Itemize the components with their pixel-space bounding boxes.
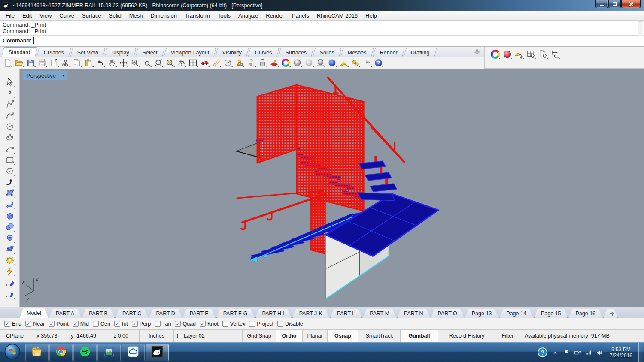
status-cplane-button[interactable]: CPlane — [0, 330, 30, 342]
dimension-tool-icon[interactable] — [361, 57, 373, 68]
model-tab-part-d[interactable]: PART D — [149, 309, 182, 318]
surface-from-points-icon[interactable] — [3, 188, 16, 199]
toolbar-tab-set-view[interactable]: Set View — [70, 48, 105, 57]
measure-radius-icon[interactable] — [222, 57, 234, 68]
zoom-selected-icon[interactable] — [164, 57, 176, 68]
toolbar-tab-display[interactable]: Display — [105, 48, 137, 57]
control-point-curve-icon[interactable] — [3, 110, 16, 121]
group-objects-icon[interactable] — [234, 57, 245, 68]
model-tab-page-14[interactable]: Page 14 — [499, 309, 533, 318]
rendered-view-icon[interactable] — [315, 57, 326, 68]
model-tab-part-e[interactable]: PART E — [183, 309, 216, 318]
paste-icon[interactable] — [83, 57, 94, 68]
model-tab-page-16[interactable]: Page 16 — [568, 309, 602, 318]
minimize-button[interactable] — [595, 0, 608, 8]
right-color-wheel-icon[interactable] — [489, 48, 501, 60]
polygon-icon[interactable] — [3, 166, 16, 177]
osnap-checkbox-disable[interactable] — [277, 321, 283, 327]
curved-surface-icon[interactable] — [3, 199, 16, 210]
add-page-icon[interactable] — [603, 309, 618, 318]
command-area[interactable]: Command: _PrintCommand: _Print Command: — [0, 21, 644, 47]
options-gears-icon[interactable] — [349, 57, 361, 68]
arc-icon[interactable] — [3, 143, 16, 154]
pan-view-icon[interactable] — [106, 57, 118, 68]
osnap-checkbox-point[interactable]: ✓ — [49, 321, 55, 327]
model-tab-part-o[interactable]: PART O — [431, 309, 464, 318]
right-page-edit-icon[interactable] — [537, 48, 549, 60]
status-units[interactable]: Inches — [140, 330, 174, 342]
restore-button[interactable] — [608, 0, 621, 8]
status-toggle-planar[interactable]: Planar — [303, 330, 328, 342]
taskbar-app-onedrive[interactable] — [122, 344, 145, 361]
color-wheel-icon[interactable] — [280, 57, 292, 68]
model-tab-part-a[interactable]: PART A — [49, 309, 81, 318]
chamfer-edge-icon[interactable] — [3, 288, 16, 299]
render-preview-icon[interactable] — [199, 57, 210, 68]
toolbar-tab-curves[interactable]: Curves — [248, 48, 279, 57]
osnap-checkbox-knot[interactable]: ✓ — [200, 321, 206, 327]
toolbar-tab-visibility[interactable]: Visibility — [216, 48, 249, 57]
model-tab-part-f-g[interactable]: PART F-G — [216, 309, 255, 318]
zoom-window-icon[interactable] — [141, 57, 152, 68]
menu-transform[interactable]: Transform — [181, 12, 214, 20]
taskbar-app-spotify[interactable] — [73, 344, 97, 361]
status-toggle-gumball[interactable]: Gumball — [401, 330, 438, 342]
model-tab-part-n[interactable]: PART N — [397, 309, 430, 318]
right-dimension-edit-icon[interactable] — [549, 48, 561, 60]
menu-solid[interactable]: Solid — [105, 12, 125, 20]
status-toggle-grid-snap[interactable]: Grid Snap — [243, 330, 276, 342]
curve-tools-icon[interactable] — [3, 177, 16, 188]
tray-hidden-icons-icon[interactable] — [551, 349, 559, 356]
taskbar-clock[interactable]: 9:53 PM 7/24/2016 — [607, 347, 635, 359]
osnap-checkbox-perp[interactable]: ✓ — [132, 321, 138, 327]
menu-panels[interactable]: Panels — [288, 12, 313, 20]
model-tab-part-c[interactable]: PART C — [115, 309, 148, 318]
right-viewport-edit-icon[interactable] — [525, 48, 537, 60]
spotlight-icon[interactable] — [338, 57, 349, 68]
menu-analyze[interactable]: Analyze — [234, 12, 262, 20]
model-tab-part-b[interactable]: PART B — [82, 309, 115, 318]
status-toggle-filter[interactable]: Filter — [495, 330, 520, 342]
command-scrollbar[interactable] — [638, 21, 643, 36]
menu-mesh[interactable]: Mesh — [125, 12, 147, 20]
status-toggle-smarttrack[interactable]: SmartTrack — [358, 330, 401, 342]
menu-help[interactable]: Help — [361, 12, 381, 20]
model-tab-part-j-k[interactable]: PART J-K — [292, 309, 329, 318]
status-toggle-ortho[interactable]: Ortho — [276, 330, 303, 342]
status-toggle-record-history[interactable]: Record History — [438, 330, 495, 342]
status-layer-pane[interactable]: Layer 02 — [174, 330, 243, 342]
windows-start-icon[interactable] — [4, 343, 21, 362]
help-icon[interactable]: ? — [373, 57, 384, 68]
gray-landing-triangle[interactable] — [236, 142, 260, 157]
fillet-edge-icon[interactable] — [3, 277, 16, 288]
tray-action-flag-icon[interactable] — [562, 349, 570, 356]
toolbar-tab-viewport-layout[interactable]: Viewport Layout — [164, 48, 216, 57]
taskbar-app-chrome[interactable] — [49, 344, 73, 361]
tray-network-signal-icon[interactable] — [585, 349, 592, 356]
menu-curve[interactable]: Curve — [55, 12, 78, 20]
circle-icon[interactable] — [3, 121, 16, 132]
shaded-view-icon[interactable] — [292, 57, 303, 68]
title-bar[interactable]: ~1469414918~1527 ZIMMER RAIL 15.03.23 (6… — [0, 0, 644, 11]
command-input[interactable]: Command: — [0, 35, 644, 45]
3d-model-canvas[interactable]: z x y — [20, 69, 644, 307]
print-icon[interactable] — [36, 57, 48, 68]
new-file-icon[interactable] — [2, 57, 13, 68]
model-tab-part-l[interactable]: PART L — [330, 309, 362, 318]
osnap-checkbox-tan[interactable] — [155, 321, 161, 327]
start-button[interactable] — [0, 343, 25, 362]
zoom-dynamic-icon[interactable] — [129, 57, 141, 68]
menu-surface[interactable]: Surface — [78, 12, 105, 20]
box-icon[interactable] — [3, 210, 16, 221]
taskbar-app-rhinoceros[interactable] — [146, 344, 169, 361]
cut-icon[interactable] — [60, 57, 71, 68]
osnap-checkbox-quad[interactable]: ✓ — [175, 321, 181, 327]
raytraced-view-icon[interactable] — [326, 57, 338, 68]
toolbar-tab-standard[interactable]: Standard — [1, 47, 37, 57]
tray-volume-icon[interactable] — [596, 349, 604, 356]
close-button[interactable] — [621, 0, 641, 8]
osnap-checkbox-int[interactable]: ✓ — [114, 321, 120, 327]
single-point-icon[interactable] — [3, 87, 16, 99]
rectangle-icon[interactable] — [3, 154, 16, 166]
ghosted-view-icon[interactable] — [303, 57, 315, 68]
